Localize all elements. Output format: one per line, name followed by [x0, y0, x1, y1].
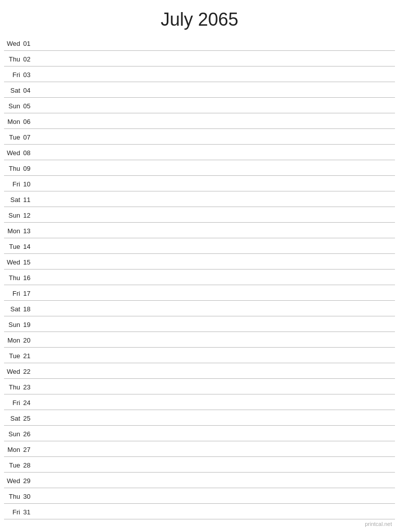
day-number: 28 [23, 461, 36, 469]
day-number: 03 [23, 71, 36, 79]
day-line [36, 434, 395, 434]
day-row: Thu30 [4, 488, 395, 504]
day-name: Sat [4, 415, 23, 422]
day-number: 29 [23, 477, 36, 485]
day-row: Fri10 [4, 176, 395, 191]
day-number: 05 [23, 102, 36, 110]
day-number: 12 [23, 212, 36, 219]
day-name: Fri [4, 290, 23, 297]
day-row: Mon27 [4, 441, 395, 457]
day-row: Sat25 [4, 410, 395, 426]
calendar-list: Wed01Thu02Fri03Sat04Sun05Mon06Tue07Wed08… [0, 35, 399, 519]
day-name: Thu [4, 55, 23, 63]
day-row: Tue21 [4, 348, 395, 363]
day-name: Fri [4, 508, 23, 516]
day-name: Fri [4, 71, 23, 79]
day-row: Tue14 [4, 238, 395, 254]
day-number: 08 [23, 149, 36, 157]
day-name: Wed [4, 258, 23, 266]
day-line [36, 496, 395, 497]
day-row: Fri03 [4, 66, 395, 82]
day-number: 11 [23, 196, 36, 204]
day-line [36, 512, 395, 512]
day-row: Thu09 [4, 160, 395, 176]
day-number: 27 [23, 446, 36, 453]
day-number: 04 [23, 87, 36, 94]
day-line [36, 168, 395, 169]
day-line [36, 153, 395, 153]
day-row: Sat18 [4, 301, 395, 316]
day-name: Mon [4, 337, 23, 344]
day-row: Sat11 [4, 191, 395, 207]
day-row: Fri17 [4, 285, 395, 301]
day-line [36, 481, 395, 481]
day-number: 09 [23, 165, 36, 172]
day-line [36, 293, 395, 294]
day-number: 25 [23, 415, 36, 422]
day-line [36, 403, 395, 403]
day-row: Mon20 [4, 332, 395, 348]
day-name: Sun [4, 430, 23, 438]
day-name: Mon [4, 227, 23, 235]
day-name: Mon [4, 118, 23, 125]
day-row: Mon13 [4, 223, 395, 238]
day-row: Sun05 [4, 98, 395, 113]
day-line [36, 231, 395, 231]
day-row: Thu02 [4, 51, 395, 66]
day-name: Sat [4, 196, 23, 204]
day-name: Fri [4, 180, 23, 188]
day-number: 10 [23, 180, 36, 188]
day-line [36, 324, 395, 325]
day-number: 01 [23, 40, 36, 47]
day-number: 02 [23, 55, 36, 63]
day-line [36, 90, 395, 91]
day-row: Sun26 [4, 426, 395, 441]
day-number: 31 [23, 508, 36, 516]
day-number: 14 [23, 243, 36, 250]
day-name: Tue [4, 243, 23, 250]
day-name: Tue [4, 461, 23, 469]
day-row: Sun19 [4, 316, 395, 332]
day-row: Wed15 [4, 254, 395, 270]
day-name: Thu [4, 383, 23, 391]
day-number: 15 [23, 258, 36, 266]
day-name: Wed [4, 40, 23, 47]
day-row: Tue07 [4, 129, 395, 145]
day-line [36, 184, 395, 184]
day-name: Tue [4, 352, 23, 360]
day-name: Sun [4, 102, 23, 110]
day-name: Sat [4, 87, 23, 94]
day-row: Wed29 [4, 473, 395, 488]
page-title: July 2065 [0, 0, 399, 35]
day-name: Sat [4, 305, 23, 313]
day-row: Mon06 [4, 113, 395, 129]
day-line [36, 215, 395, 216]
day-name: Fri [4, 399, 23, 407]
day-name: Wed [4, 149, 23, 157]
day-number: 23 [23, 383, 36, 391]
day-number: 16 [23, 274, 36, 282]
day-line [36, 59, 395, 59]
day-line [36, 387, 395, 387]
day-number: 17 [23, 290, 36, 297]
day-line [36, 121, 395, 122]
day-row: Fri24 [4, 394, 395, 410]
day-name: Wed [4, 368, 23, 375]
day-line [36, 200, 395, 200]
day-number: 30 [23, 493, 36, 500]
day-name: Thu [4, 274, 23, 282]
day-row: Sat04 [4, 82, 395, 98]
day-name: Sun [4, 212, 23, 219]
day-number: 07 [23, 134, 36, 141]
day-number: 18 [23, 305, 36, 313]
day-line [36, 75, 395, 75]
day-name: Thu [4, 165, 23, 172]
day-line [36, 137, 395, 138]
day-line [36, 356, 395, 356]
day-number: 24 [23, 399, 36, 407]
day-row: Tue28 [4, 457, 395, 473]
day-row: Sun12 [4, 207, 395, 223]
day-row: Fri31 [4, 504, 395, 519]
day-line [36, 449, 395, 450]
day-line [36, 418, 395, 419]
